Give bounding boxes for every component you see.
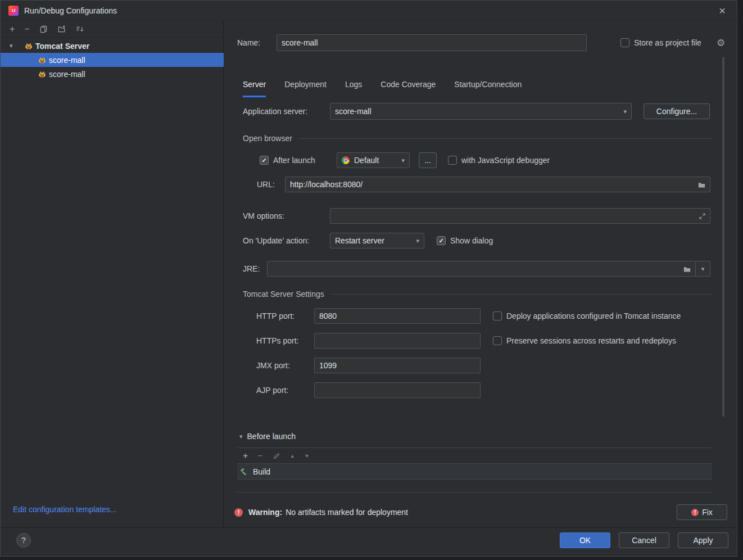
tree-item-score-mall-selected[interactable]: score-mall <box>1 53 224 67</box>
store-as-project-file-label: Store as project file <box>634 38 701 47</box>
tree-item-label: score-mall <box>49 56 85 65</box>
tree-item-score-mall[interactable]: score-mall <box>1 67 224 81</box>
chevron-down-icon[interactable]: ▾ <box>10 42 13 49</box>
browser-value: Default <box>354 156 379 165</box>
deploy-applications-label: Deploy applications configured in Tomcat… <box>506 311 681 320</box>
application-server-select[interactable]: score-mall ▾ <box>330 103 632 120</box>
tomcat-icon <box>24 42 33 51</box>
preserve-sessions-checkbox[interactable] <box>493 336 502 345</box>
fix-warning-icon: ! <box>691 509 699 516</box>
https-port-label: HTTPs port: <box>256 336 298 345</box>
jmx-port-input[interactable] <box>314 358 481 373</box>
tomcat-settings-section-label: Tomcat Server Settings <box>243 290 324 299</box>
edit-templates-link[interactable]: Edit configuration templates... <box>13 505 116 514</box>
chrome-icon <box>342 156 350 164</box>
vm-options-label: VM options: <box>243 211 284 220</box>
sort-icon[interactable] <box>75 25 84 33</box>
close-icon[interactable]: × <box>715 5 729 16</box>
store-as-project-file-checkbox[interactable] <box>620 38 629 47</box>
fix-button-label: Fix <box>702 508 713 517</box>
move-down-icon[interactable]: ▼ <box>305 451 310 460</box>
https-port-input[interactable] <box>314 333 481 349</box>
ok-button[interactable]: OK <box>560 532 610 548</box>
remove-configuration-icon[interactable]: − <box>24 25 29 34</box>
jre-dropdown-button[interactable]: ▾ <box>696 261 710 277</box>
tab-code-coverage[interactable]: Code Coverage <box>380 80 436 97</box>
intellij-logo-icon: IJ <box>8 6 19 16</box>
scrollbar[interactable] <box>722 57 724 417</box>
application-server-value: score-mall <box>335 107 372 116</box>
configure-button[interactable]: Configure... <box>644 103 710 119</box>
after-launch-checkbox[interactable]: ✓ <box>260 156 269 165</box>
run-debug-configurations-dialog: IJ Run/Debug Configurations × + − <box>0 0 737 557</box>
http-port-label: HTTP port: <box>256 311 295 320</box>
expand-icon[interactable] <box>699 213 706 220</box>
js-debugger-checkbox[interactable] <box>448 156 457 165</box>
task-label: Build <box>253 467 270 476</box>
deploy-applications-checkbox[interactable] <box>493 311 502 320</box>
jre-label: JRE: <box>243 264 260 273</box>
vm-options-input[interactable] <box>330 208 710 224</box>
show-dialog-label: Show dialog <box>450 236 493 245</box>
add-configuration-icon[interactable]: + <box>10 25 15 34</box>
cancel-button[interactable]: Cancel <box>619 532 669 548</box>
tomcat-settings-section: Tomcat Server Settings <box>243 288 712 300</box>
tab-startup-connection[interactable]: Startup/Connection <box>454 80 522 97</box>
section-divider <box>299 138 712 139</box>
warning-text: No artifacts marked for deployment <box>286 508 408 517</box>
warning-icon: ! <box>234 508 243 517</box>
dialog-footer: ? OK Cancel Apply <box>1 527 737 557</box>
ajp-port-label: AJP port: <box>256 386 288 395</box>
window-title: Run/Debug Configurations <box>24 6 117 15</box>
ajp-port-input[interactable] <box>314 382 481 398</box>
http-port-input[interactable] <box>314 308 481 324</box>
gear-icon[interactable]: ⚙ <box>717 37 725 49</box>
name-input[interactable] <box>277 34 587 51</box>
tomcat-icon <box>38 70 47 79</box>
titlebar: IJ Run/Debug Configurations × <box>1 1 737 21</box>
chevron-down-icon: ▾ <box>416 237 419 245</box>
sidebar-toolbar: + − <box>1 21 223 38</box>
tab-logs[interactable]: Logs <box>345 80 362 97</box>
tree-item-tomcat-server[interactable]: ▾ Tomcat Server <box>1 39 224 53</box>
edit-pencil-icon[interactable] <box>273 452 280 460</box>
apply-button[interactable]: Apply <box>678 532 728 548</box>
config-tabs: Server Deployment Logs Code Coverage Sta… <box>243 75 522 97</box>
open-browser-section: Open browser <box>243 133 712 144</box>
warning-label: Warning: <box>248 508 282 517</box>
folder-icon[interactable] <box>697 180 706 189</box>
url-label: URL: <box>257 180 275 189</box>
tab-server[interactable]: Server <box>243 80 266 97</box>
chevron-down-icon: ▾ <box>701 265 705 273</box>
update-action-label: On 'Update' action: <box>243 236 309 245</box>
js-debugger-label: with JavaScript debugger <box>461 156 550 165</box>
hammer-icon <box>239 467 248 476</box>
help-button[interactable]: ? <box>16 533 31 548</box>
browser-more-button[interactable]: ... <box>419 152 437 168</box>
configuration-editor: Name: Store as project file ⚙ Server Dep… <box>224 21 738 527</box>
update-action-select[interactable]: Restart server ▾ <box>330 233 424 249</box>
show-dialog-checkbox[interactable]: ✓ <box>437 236 446 245</box>
name-label: Name: <box>237 38 260 47</box>
new-folder-icon[interactable] <box>57 25 66 33</box>
jre-input[interactable] <box>267 261 696 277</box>
folder-icon[interactable] <box>683 265 691 273</box>
browser-select[interactable]: Default ▾ <box>337 152 410 168</box>
move-up-icon[interactable]: ▲ <box>290 451 295 460</box>
jmx-port-label: JMX port: <box>256 361 290 370</box>
before-launch-task-build[interactable]: Build <box>237 464 712 480</box>
before-launch-label: Before launch <box>247 432 296 441</box>
open-browser-section-label: Open browser <box>243 134 292 143</box>
collapse-arrow-icon[interactable]: ▾ <box>239 433 243 440</box>
url-input[interactable] <box>285 177 710 192</box>
copy-icon[interactable] <box>39 25 48 33</box>
tab-deployment[interactable]: Deployment <box>284 80 327 97</box>
preserve-sessions-label: Preserve sessions across restarts and re… <box>506 336 676 345</box>
section-divider <box>331 294 712 295</box>
remove-task-icon[interactable]: − <box>257 451 262 460</box>
configurations-sidebar: + − ▾ <box>1 21 224 527</box>
add-task-icon[interactable]: + <box>243 451 248 460</box>
update-action-value: Restart server <box>335 236 384 245</box>
fix-button[interactable]: ! Fix <box>677 504 727 520</box>
tree-item-label: score-mall <box>49 70 85 79</box>
